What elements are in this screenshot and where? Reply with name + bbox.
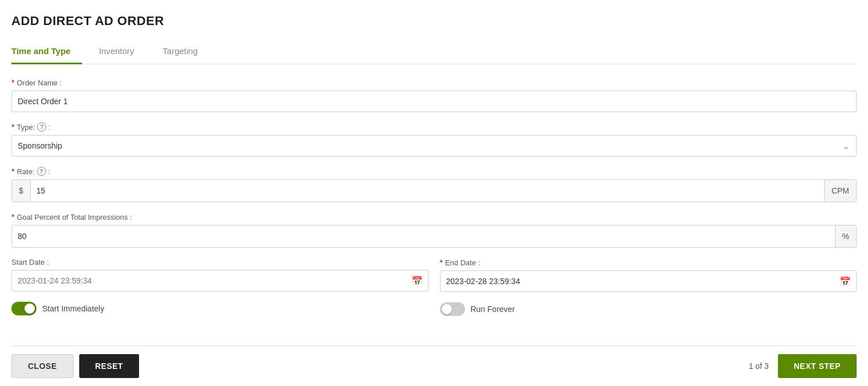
end-date-label-text: End Date : [445, 258, 480, 267]
goal-label: * Goal Percent of Total Impressions : [11, 212, 857, 221]
end-date-input[interactable] [440, 270, 857, 292]
order-name-required-star: * [11, 78, 14, 87]
run-forever-toggle[interactable] [440, 302, 465, 316]
start-immediately-slider [11, 302, 36, 315]
type-label-text: Type: [17, 123, 35, 132]
run-forever-row: Run Forever [440, 302, 857, 316]
footer: CLOSE RESET 1 of 3 NEXT STEP [11, 346, 857, 386]
tabs-bar: Time and Type Inventory Targeting [11, 40, 857, 64]
end-date-col: * End Date : 📅 Run Forever [440, 258, 857, 316]
rate-wrapper: $ CPM [11, 179, 857, 202]
footer-left: CLOSE RESET [11, 354, 139, 378]
start-immediately-toggle[interactable] [11, 302, 36, 315]
page-container: ADD DIRECT AD ORDER Time and Type Invent… [0, 0, 868, 386]
tab-time-and-type[interactable]: Time and Type [11, 40, 82, 64]
rate-info-icon[interactable]: ? [37, 167, 46, 176]
order-name-input[interactable] [11, 91, 857, 112]
rate-prefix: $ [12, 180, 31, 202]
end-date-label: * End Date : [440, 258, 857, 267]
start-immediately-label: Start Immediately [42, 304, 104, 313]
order-name-group: * Order Name : [11, 78, 857, 112]
goal-suffix: % [835, 225, 856, 247]
reset-button[interactable]: RESET [79, 354, 139, 378]
rate-label-text: Rate: [17, 167, 34, 176]
goal-required-star: * [11, 212, 14, 221]
tab-targeting[interactable]: Targeting [162, 40, 209, 64]
goal-wrapper: % [11, 225, 857, 248]
date-row: Start Date : 📅 Start Immediately [11, 258, 857, 316]
rate-required-star: * [11, 167, 14, 176]
run-forever-slider [440, 302, 465, 316]
start-date-col: Start Date : 📅 Start Immediately [11, 258, 429, 316]
order-name-label-text: Order Name : [17, 79, 62, 87]
run-forever-label: Run Forever [471, 305, 515, 314]
end-date-input-wrapper: 📅 [440, 270, 857, 292]
type-select[interactable]: Sponsorship Standard House Exclusive [11, 135, 857, 157]
step-indicator: 1 of 3 [749, 362, 769, 371]
start-date-input[interactable] [11, 270, 429, 291]
goal-input[interactable] [12, 225, 835, 247]
start-immediately-row: Start Immediately [11, 302, 429, 315]
page-title: ADD DIRECT AD ORDER [11, 14, 857, 28]
rate-input[interactable] [31, 180, 824, 202]
type-group: * Type: ? : Sponsorship Standard House E… [11, 122, 857, 157]
goal-label-text: Goal Percent of Total Impressions : [17, 213, 132, 221]
footer-right: 1 of 3 NEXT STEP [749, 354, 857, 378]
rate-suffix: CPM [824, 180, 856, 202]
type-label: * Type: ? : [11, 122, 857, 132]
start-date-label-text: Start Date : [11, 258, 49, 266]
start-date-label: Start Date : [11, 258, 429, 266]
rate-label: * Rate: ? : [11, 167, 857, 176]
end-date-required-star: * [440, 258, 443, 267]
type-required-star: * [11, 122, 14, 132]
goal-group: * Goal Percent of Total Impressions : % [11, 212, 857, 248]
type-select-wrapper: Sponsorship Standard House Exclusive ⌄ [11, 135, 857, 157]
start-date-input-wrapper: 📅 [11, 270, 429, 291]
close-button[interactable]: CLOSE [11, 354, 74, 378]
start-date-group: Start Date : 📅 [11, 258, 429, 291]
tab-inventory[interactable]: Inventory [99, 40, 146, 64]
end-date-group: * End Date : 📅 [440, 258, 857, 292]
rate-group: * Rate: ? : $ CPM [11, 167, 857, 202]
next-step-button[interactable]: NEXT STEP [778, 354, 857, 378]
form-section: * Order Name : * Type: ? : Sponsorship S… [11, 78, 857, 346]
type-info-icon[interactable]: ? [37, 122, 46, 132]
order-name-label: * Order Name : [11, 78, 857, 87]
